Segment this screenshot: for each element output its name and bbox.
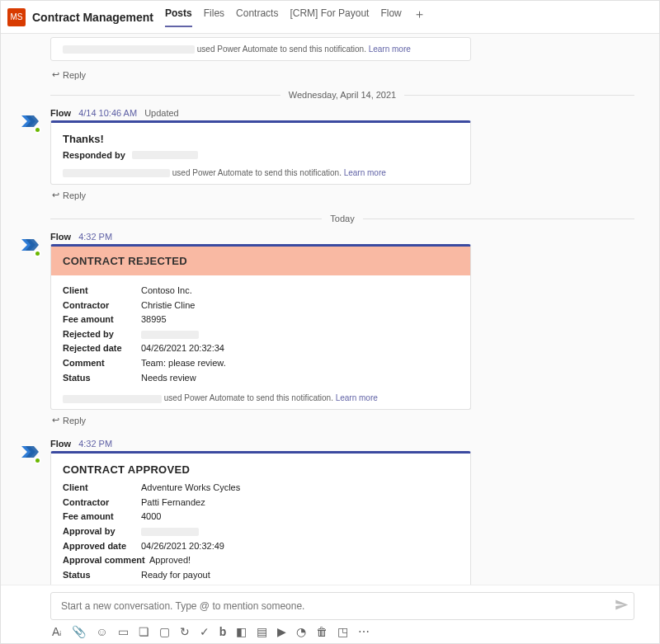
approved-banner: CONTRACT APPROVED bbox=[63, 463, 459, 476]
gif-icon[interactable]: ▭ bbox=[118, 625, 129, 638]
date-divider: Today bbox=[50, 214, 634, 223]
sticker-icon[interactable]: ❏ bbox=[139, 625, 149, 638]
learn-more-link[interactable]: Learn more bbox=[336, 393, 378, 402]
presence-indicator bbox=[34, 457, 41, 464]
field-label: Contractor bbox=[63, 496, 141, 510]
message-card-fragment: used Power Automate to send this notific… bbox=[50, 37, 471, 61]
card-title: Thanks! bbox=[63, 133, 459, 145]
channel-title: Contract Management bbox=[32, 11, 153, 24]
field-label: Rejected date bbox=[63, 341, 141, 356]
approval-by-value bbox=[141, 524, 199, 539]
message-timestamp: 4:32 PM bbox=[78, 232, 112, 242]
power-automate-note: used Power Automate to send this notific… bbox=[63, 167, 459, 179]
attach-icon[interactable]: 📎 bbox=[72, 625, 86, 638]
message-feed[interactable]: used Power Automate to send this notific… bbox=[1, 34, 659, 585]
message-author: Flow bbox=[50, 439, 71, 449]
flow-avatar bbox=[19, 442, 40, 463]
approved-date-value: 04/26/2021 20:32:49 bbox=[141, 539, 224, 554]
client-value: Contoso Inc. bbox=[141, 284, 192, 298]
tab-files[interactable]: Files bbox=[204, 7, 224, 27]
rejected-date-value: 04/26/2021 20:32:34 bbox=[141, 341, 224, 356]
adaptive-card: Thanks! Responded by used Power Automate… bbox=[50, 120, 471, 185]
contractor-value: Christie Cline bbox=[141, 298, 195, 313]
format-icon[interactable]: Aᵢ bbox=[52, 625, 62, 638]
field-label: Fee amount bbox=[63, 313, 141, 327]
field-label: Comment bbox=[63, 356, 141, 371]
responded-by-label: Responded by bbox=[63, 150, 125, 160]
message-author: Flow bbox=[50, 108, 71, 118]
location-icon[interactable]: ◔ bbox=[296, 625, 306, 638]
adaptive-card-rejected: CONTRACT REJECTED ClientContoso Inc. Con… bbox=[50, 244, 471, 410]
rejected-banner: CONTRACT REJECTED bbox=[51, 247, 470, 275]
field-label: Contractor bbox=[63, 298, 141, 313]
approvals-icon[interactable]: ✓ bbox=[200, 625, 210, 638]
media-icon[interactable]: ▤ bbox=[257, 625, 267, 638]
field-label: Rejected by bbox=[63, 327, 141, 342]
compose-box[interactable] bbox=[50, 592, 634, 620]
field-label: Status bbox=[63, 371, 141, 386]
field-label: Fee amount bbox=[63, 510, 141, 524]
field-label: Client bbox=[63, 284, 141, 298]
tab-bar: Posts Files Contracts [CRM] For Payout F… bbox=[165, 7, 426, 27]
approval-comment-value: Approved! bbox=[149, 553, 191, 568]
message-timestamp: 4:32 PM bbox=[78, 439, 112, 449]
presence-indicator bbox=[34, 126, 41, 134]
stream-icon[interactable]: ◧ bbox=[236, 625, 247, 638]
tab-posts[interactable]: Posts bbox=[165, 7, 192, 27]
tab-contracts[interactable]: Contracts bbox=[236, 7, 278, 27]
reply-button[interactable]: ↩ Reply bbox=[50, 410, 471, 427]
reply-button[interactable]: ↩ Reply bbox=[50, 185, 471, 202]
fee-value: 4000 bbox=[141, 510, 161, 524]
learn-more-link[interactable]: Learn more bbox=[369, 45, 411, 54]
comment-value: Team: please review. bbox=[141, 356, 226, 371]
flow-avatar bbox=[19, 235, 40, 256]
learn-more-link[interactable]: Learn more bbox=[344, 168, 386, 177]
message-contract-approved: Flow 4:32 PM CONTRACT APPROVED ClientAdv… bbox=[50, 439, 471, 585]
emoji-icon[interactable]: ☺ bbox=[96, 625, 107, 638]
field-label: Approval comment bbox=[63, 553, 149, 568]
field-label: Status bbox=[63, 568, 141, 583]
reply-button[interactable]: ↩ Reply bbox=[50, 64, 471, 82]
reply-icon: ↩ bbox=[52, 190, 59, 200]
redacted-name bbox=[132, 151, 198, 159]
reply-icon: ↩ bbox=[52, 415, 59, 425]
message-status: Updated bbox=[144, 108, 179, 118]
delete-icon[interactable]: 🗑 bbox=[316, 625, 328, 638]
flow-avatar bbox=[19, 111, 40, 133]
loop-icon[interactable]: ↻ bbox=[180, 625, 190, 638]
tab-flow[interactable]: Flow bbox=[380, 7, 401, 27]
field-label: Approved date bbox=[63, 539, 141, 554]
rejected-by-value bbox=[141, 327, 199, 342]
field-label: Approval by bbox=[63, 524, 141, 539]
presence-indicator bbox=[34, 250, 41, 257]
power-automate-note: used Power Automate to send this notific… bbox=[63, 43, 459, 55]
add-tab-button[interactable]: ＋ bbox=[413, 7, 426, 27]
field-label: Client bbox=[63, 481, 141, 496]
adaptive-card-approved: CONTRACT APPROVED ClientAdventure Works … bbox=[50, 451, 471, 585]
team-badge: MS bbox=[7, 8, 26, 26]
more-icon[interactable]: ⋯ bbox=[358, 625, 370, 638]
power-automate-note: used Power Automate to send this notific… bbox=[63, 392, 459, 404]
meet-icon[interactable]: ▢ bbox=[159, 625, 170, 638]
tab-crm-payout[interactable]: [CRM] For Payout bbox=[290, 7, 369, 27]
message-thanks: Flow 4/14 10:46 AM Updated Thanks! Respo… bbox=[50, 108, 471, 202]
status-value: Needs review bbox=[141, 371, 196, 386]
bing-icon[interactable]: b bbox=[219, 625, 227, 638]
status-value: Ready for payout bbox=[141, 568, 210, 583]
client-value: Adventure Works Cycles bbox=[141, 481, 240, 496]
message-author: Flow bbox=[50, 232, 71, 242]
date-divider: Wednesday, April 14, 2021 bbox=[50, 90, 634, 100]
message-contract-rejected: Flow 4:32 PM CONTRACT REJECTED ClientCon… bbox=[50, 232, 471, 427]
contractor-value: Patti Fernandez bbox=[141, 496, 205, 510]
message-timestamp: 4/14 10:46 AM bbox=[78, 108, 137, 118]
video-icon[interactable]: ▶ bbox=[277, 625, 286, 638]
app-icon[interactable]: ◳ bbox=[337, 625, 348, 638]
compose-input[interactable] bbox=[59, 599, 606, 613]
reply-icon: ↩ bbox=[52, 69, 59, 80]
compose-toolbar: Aᵢ 📎 ☺ ▭ ❏ ▢ ↻ ✓ b ◧ ▤ ▶ ◔ 🗑 ◳ ⋯ bbox=[50, 620, 634, 640]
channel-header: MS Contract Management Posts Files Contr… bbox=[1, 1, 659, 34]
fee-value: 38995 bbox=[141, 313, 167, 327]
send-icon[interactable] bbox=[614, 598, 629, 615]
